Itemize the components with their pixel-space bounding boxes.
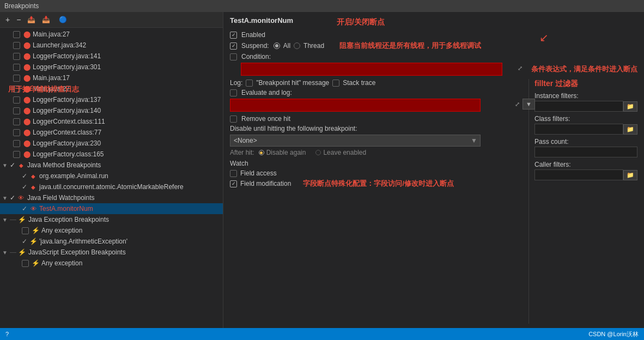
caller-filters-label: Caller filters: <box>534 161 637 168</box>
bolt-icon: ⚡ <box>32 259 39 267</box>
condition-checkbox[interactable] <box>230 53 237 60</box>
caller-filters-input[interactable] <box>534 169 623 180</box>
eye-icon: 👁 <box>29 205 37 212</box>
caller-filters-browse-btn[interactable]: 📁 <box>623 170 637 180</box>
item-label: LoggerFactory.class:165 <box>33 150 104 158</box>
watch-title: Watch <box>230 160 522 167</box>
group-java-method-breakpoints[interactable]: ▼ ✓ ◆ Java Method Breakpoints <box>0 160 223 171</box>
checkbox[interactable] <box>13 151 20 158</box>
item-label: LoggerFactory.java:301 <box>33 63 101 71</box>
export-button[interactable]: 📤 <box>25 15 38 25</box>
field-access-row: Field access <box>230 169 522 177</box>
list-item[interactable]: ⬤ LoggerFactory.java:141 <box>0 51 223 62</box>
field-modification-checkbox[interactable] <box>230 180 237 187</box>
remove-once-hit-checkbox[interactable] <box>230 116 237 123</box>
disable-until-dropdown[interactable]: <None> <box>230 135 481 147</box>
list-item[interactable]: ⚡ Any exception <box>0 225 223 236</box>
list-item[interactable]: ⬤ LoggerFactory.java:230 <box>0 138 223 149</box>
checkbox[interactable] <box>22 227 29 234</box>
checkbox[interactable] <box>13 96 20 104</box>
checkbox[interactable] <box>13 42 20 49</box>
condition-input[interactable] <box>241 63 502 76</box>
list-item[interactable]: ✓ ⚡ 'java.lang.ArithmeticException' <box>0 236 223 247</box>
list-item-testa-monitornum[interactable]: ✓ 👁 TestA.monitorNum <box>0 203 223 214</box>
list-item[interactable]: ⚡ Any exception <box>0 258 223 269</box>
list-item[interactable]: ✓ ◆ org.example.Animal.run <box>0 171 223 181</box>
log-stacktrace-checkbox[interactable] <box>332 80 339 87</box>
checkbox[interactable] <box>13 140 20 147</box>
evaluate-expand-icon[interactable]: ⤢ <box>515 101 520 108</box>
suspend-all-label: All <box>283 42 290 50</box>
pass-count-wrapper <box>534 147 637 157</box>
evaluate-log-btn[interactable]: ▼ <box>523 99 535 110</box>
instance-filters-label: Instance filters: <box>534 92 637 100</box>
caller-filters-wrapper: 📁 <box>534 169 637 180</box>
enabled-checkbox[interactable] <box>230 32 237 39</box>
eye-icon: 👁 <box>17 194 25 202</box>
class-filters-browse-btn[interactable]: 📁 <box>623 124 637 135</box>
checkbox[interactable] <box>22 260 29 267</box>
expand-icon: ▼ <box>2 162 8 168</box>
list-item[interactable]: ⬤ Main.java:27 <box>0 29 223 40</box>
arrow-down-icon: ↙ <box>539 31 549 44</box>
checkbox[interactable] <box>13 86 20 93</box>
checkbox[interactable] <box>13 118 20 125</box>
remove-breakpoint-button[interactable]: − <box>14 14 23 25</box>
help-icon[interactable]: ? <box>5 331 9 337</box>
evaluate-log-checkbox[interactable] <box>230 89 237 96</box>
remove-once-hit-row: Remove once hit <box>230 115 522 123</box>
pass-count-input[interactable] <box>534 147 637 157</box>
right-panel-left-col: Log: "Breakpoint hit" message Stack trac… <box>230 79 522 324</box>
suspend-thread-radio[interactable] <box>294 42 300 49</box>
checkbox[interactable] <box>13 129 20 136</box>
list-item[interactable]: ⬤ LoggerFactory.class:165 <box>0 149 223 160</box>
class-filters-wrapper: 📁 <box>534 124 637 135</box>
list-item[interactable]: ⬤ Main.java:17 <box>0 72 223 83</box>
log-breakpoint-checkbox[interactable] <box>246 80 253 87</box>
leave-enabled-option[interactable]: Leave enabled <box>315 149 366 156</box>
title-bar-text: Breakpoints <box>4 2 39 10</box>
list-item[interactable]: ⬤ LoggerContext.class:111 <box>0 116 223 127</box>
field-access-label: Field access <box>240 169 277 177</box>
field-access-checkbox[interactable] <box>230 170 237 177</box>
filter-button[interactable]: 🔵 <box>57 15 69 25</box>
list-item[interactable]: ⬤ Main.java:27 <box>0 83 223 94</box>
checkbox[interactable] <box>13 53 20 60</box>
disable-again-label: Disable again <box>266 149 306 156</box>
disable-again-option[interactable]: Disable again <box>259 149 306 156</box>
list-item[interactable]: ⬤ LoggerContext.class:77 <box>0 127 223 138</box>
breakpoint-list: ⬤ Main.java:27 ⬤ Launcher.java:342 ⬤ Log… <box>0 28 223 328</box>
after-hit-label: After hit: <box>230 149 254 156</box>
item-label: LoggerContext.class:111 <box>33 118 105 125</box>
group-java-exception-breakpoints[interactable]: ▼ — ⚡ Java Exception Breakpoints <box>0 214 223 225</box>
instance-filters-input[interactable] <box>534 101 623 112</box>
add-breakpoint-button[interactable]: + <box>3 14 12 25</box>
checkbox[interactable] <box>13 31 20 38</box>
circle-icon: ⬤ <box>23 118 31 125</box>
list-item[interactable]: ⬤ LoggerFactory.java:137 <box>0 94 223 105</box>
list-item[interactable]: ✓ ◆ java.util.concurrent.atomic.AtomicMa… <box>0 181 223 192</box>
item-label: LoggerFactory.java:137 <box>33 96 101 104</box>
evaluate-log-input[interactable] <box>230 99 481 112</box>
condition-expand-icon[interactable]: ⤢ <box>518 65 523 72</box>
list-item[interactable]: ⬤ LoggerFactory.java:301 <box>0 62 223 72</box>
class-filters-input[interactable] <box>534 124 623 135</box>
log-breakpoint-label: "Breakpoint hit" message <box>256 79 329 87</box>
suspend-all-radio[interactable] <box>274 42 280 49</box>
group-js-exception-breakpoints[interactable]: ▼ — ⚡ JavaScript Exception Breakpoints <box>0 247 223 258</box>
leave-enabled-radio[interactable] <box>315 150 321 155</box>
checkbox[interactable] <box>13 107 20 114</box>
disable-again-radio[interactable] <box>259 150 264 155</box>
suspend-checkbox[interactable] <box>230 42 237 50</box>
instance-filters-browse-btn[interactable]: 📁 <box>623 101 637 112</box>
list-item[interactable]: ⬤ LoggerFactory.java:140 <box>0 105 223 116</box>
checkbox[interactable] <box>13 64 20 71</box>
item-label: java.util.concurrent.atomic.AtomicMarkab… <box>39 183 184 191</box>
group-java-field-watchpoints[interactable]: ▼ ✓ 👁 Java Field Watchpoints <box>0 192 223 203</box>
circle-icon: ⬤ <box>23 85 31 93</box>
list-item[interactable]: ⬤ Launcher.java:342 <box>0 40 223 51</box>
import-button[interactable]: 📥 <box>40 15 52 25</box>
group-label: Java Method Breakpoints <box>27 161 101 169</box>
checkbox[interactable] <box>13 75 20 82</box>
log-label: Log: <box>230 79 242 87</box>
